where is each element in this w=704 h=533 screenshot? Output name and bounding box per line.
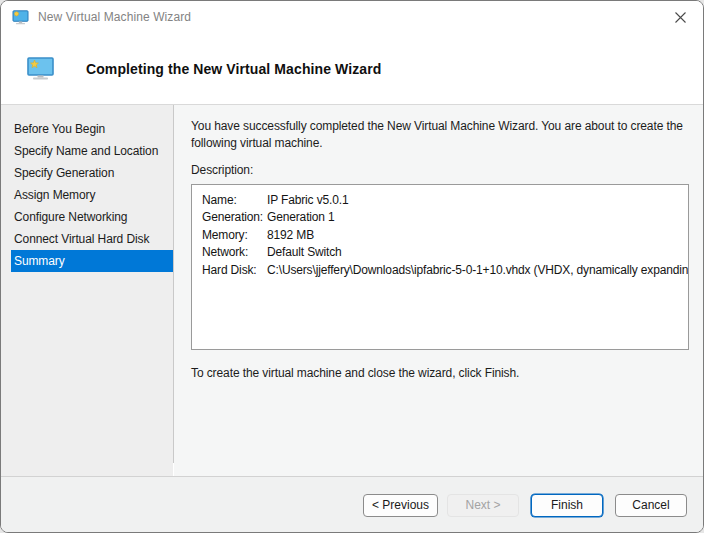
vm-header-icon xyxy=(27,57,54,81)
finish-button[interactable]: Finish xyxy=(531,494,603,517)
close-button[interactable] xyxy=(657,1,703,33)
summary-box: Name:IP Fabric v5.0.1 Generation:Generat… xyxy=(191,184,689,350)
sidebar-item-configure-networking[interactable]: Configure Networking xyxy=(1,206,173,228)
summary-row-label: Name: xyxy=(202,192,267,209)
summary-row-value: Default Switch xyxy=(267,245,342,259)
sidebar-item-specify-generation[interactable]: Specify Generation xyxy=(1,162,173,184)
summary-row-memory: Memory:8192 MB xyxy=(202,227,682,244)
summary-row-generation: Generation:Generation 1 xyxy=(202,209,682,226)
sidebar-item-summary[interactable]: Summary xyxy=(11,250,173,272)
summary-row-value: IP Fabric v5.0.1 xyxy=(267,193,348,207)
wizard-window: New Virtual Machine Wizard Completing th… xyxy=(0,0,704,533)
summary-row-label: Memory: xyxy=(202,227,267,244)
window-title: New Virtual Machine Wizard xyxy=(38,10,191,24)
page-title: Completing the New Virtual Machine Wizar… xyxy=(86,61,381,77)
next-button[interactable]: Next > xyxy=(447,494,519,517)
summary-row-label: Generation: xyxy=(202,209,267,226)
close-icon xyxy=(674,11,687,24)
summary-row-label: Hard Disk: xyxy=(202,262,267,279)
sidebar-item-assign-memory[interactable]: Assign Memory xyxy=(1,184,173,206)
summary-row-hard-disk: Hard Disk:C:\Users\jjeffery\Downloads\ip… xyxy=(202,262,682,279)
description-label: Description: xyxy=(191,163,696,177)
summary-row-label: Network: xyxy=(202,244,267,261)
titlebar: New Virtual Machine Wizard xyxy=(1,1,703,33)
summary-row-value: C:\Users\jjeffery\Downloads\ipfabric-5-0… xyxy=(267,263,689,277)
wizard-header: Completing the New Virtual Machine Wizar… xyxy=(1,33,703,105)
intro-text: You have successfully completed the New … xyxy=(191,118,696,151)
finish-instruction: To create the virtual machine and close … xyxy=(191,366,696,380)
summary-row-value: 8192 MB xyxy=(267,228,314,242)
sidebar-item-connect-virtual-hard-disk[interactable]: Connect Virtual Hard Disk xyxy=(1,228,173,250)
vm-app-icon xyxy=(12,9,30,25)
sidebar-item-before-you-begin[interactable]: Before You Begin xyxy=(1,118,173,140)
summary-row-network: Network:Default Switch xyxy=(202,244,682,261)
cancel-button[interactable]: Cancel xyxy=(615,494,687,517)
button-bar: < Previous Next > Finish Cancel xyxy=(1,477,703,533)
previous-button[interactable]: < Previous xyxy=(363,494,438,517)
summary-row-name: Name:IP Fabric v5.0.1 xyxy=(202,192,682,209)
sidebar-item-specify-name-and-location[interactable]: Specify Name and Location xyxy=(1,140,173,162)
summary-row-value: Generation 1 xyxy=(267,210,335,224)
wizard-steps-sidebar: Before You Begin Specify Name and Locati… xyxy=(1,105,173,476)
content-pane: You have successfully completed the New … xyxy=(174,105,704,476)
wizard-body: Before You Begin Specify Name and Locati… xyxy=(1,105,703,476)
